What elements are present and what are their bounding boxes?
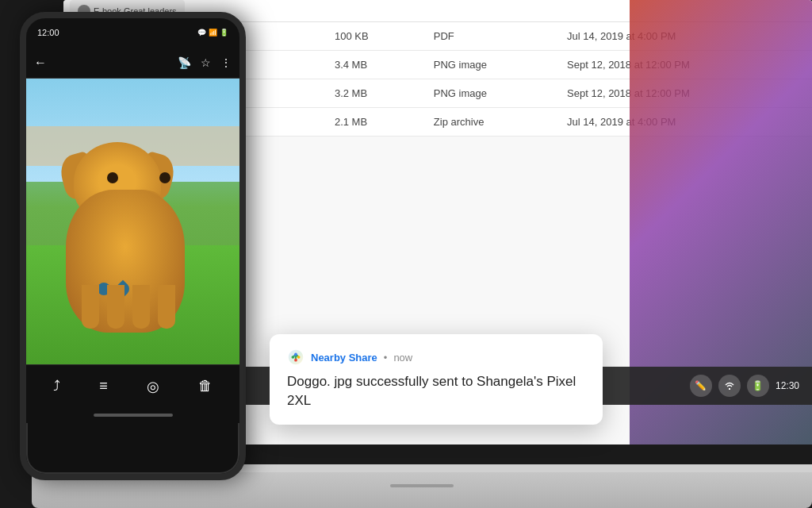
file-size: 2.1 MB: [324, 108, 423, 137]
nearby-share-icon: [287, 348, 304, 366]
phone-status-bar: 12:00 💬 📶 🔋: [26, 18, 239, 47]
dog-legs: [82, 285, 177, 333]
dog-illustration: [50, 142, 209, 333]
phone-back-button[interactable]: ←: [34, 56, 47, 70]
notification-message: Doggo. jpg successfully sent to Shangela…: [287, 372, 585, 410]
taskbar-pen-icon[interactable]: ✏️: [690, 375, 712, 397]
notification-header: Nearby Share • now: [287, 348, 585, 366]
file-type: PNG image: [423, 51, 556, 79]
phone-status-icons: 💬 📶 🔋: [197, 29, 228, 37]
file-type: PNG image: [423, 79, 556, 108]
svg-point-6: [292, 356, 295, 360]
phone-browser-action-icons: 📡 ☆ ⋮: [178, 56, 232, 69]
taskbar-right-area: ✏️ 🔋 12:30: [690, 375, 799, 397]
dog-leg: [132, 285, 150, 329]
notification-separator: •: [384, 352, 388, 364]
phone-star-icon[interactable]: ☆: [201, 56, 211, 69]
phone-menu-icon[interactable]: ⋮: [220, 56, 232, 69]
taskbar-wifi-icon[interactable]: [718, 375, 741, 397]
home-bar-line: [94, 414, 173, 417]
svg-point-5: [294, 353, 297, 356]
file-size: 3.2 MB: [324, 79, 423, 108]
phone: 12:00 💬 📶 🔋 ← 📡 ☆ ⋮: [20, 12, 246, 480]
dog-leg: [158, 285, 175, 329]
notification-card: Nearby Share • now Doggo. jpg successful…: [270, 334, 603, 425]
phone-share-icon[interactable]: ⤴: [53, 378, 60, 394]
phone-home-bar: [26, 407, 239, 423]
scene: E-book Great leaders E-book Great leader…: [0, 0, 812, 508]
notification-time: now: [393, 352, 412, 364]
dog-eye-right: [159, 172, 170, 183]
notification-app-name: Nearby Share: [311, 352, 377, 364]
dog-leg: [107, 285, 124, 329]
phone-target-icon[interactable]: ◎: [147, 378, 159, 395]
dog-eye-left: [107, 172, 118, 183]
file-type: Zip archive: [423, 108, 556, 137]
dog-leg: [82, 285, 99, 329]
phone-delete-icon[interactable]: 🗑: [198, 378, 213, 394]
phone-bottom-bar: ⤴ ≡ ◎ 🗑: [26, 364, 239, 407]
svg-point-7: [297, 356, 301, 360]
phone-battery-icon: 🔋: [220, 29, 228, 37]
phone-photo: [26, 79, 239, 364]
file-size: 100 KB: [324, 22, 423, 51]
phone-time: 12:00: [37, 28, 59, 37]
phone-edit-icon[interactable]: ≡: [99, 378, 108, 394]
laptop-hinge: [390, 484, 454, 487]
taskbar-battery-icon[interactable]: 🔋: [747, 375, 769, 397]
file-size: 3.4 MB: [324, 51, 423, 79]
phone-browser-bar: ← 📡 ☆ ⋮: [26, 47, 239, 79]
phone-cast-icon[interactable]: 📡: [178, 56, 191, 69]
svg-point-8: [294, 359, 297, 362]
taskbar-time: 12:30: [776, 380, 799, 391]
phone-power-button[interactable]: [244, 114, 246, 153]
file-type: PDF: [423, 22, 556, 51]
phone-whatsapp-icon: 💬: [197, 29, 206, 37]
phone-signal-icon: 📶: [209, 29, 217, 37]
